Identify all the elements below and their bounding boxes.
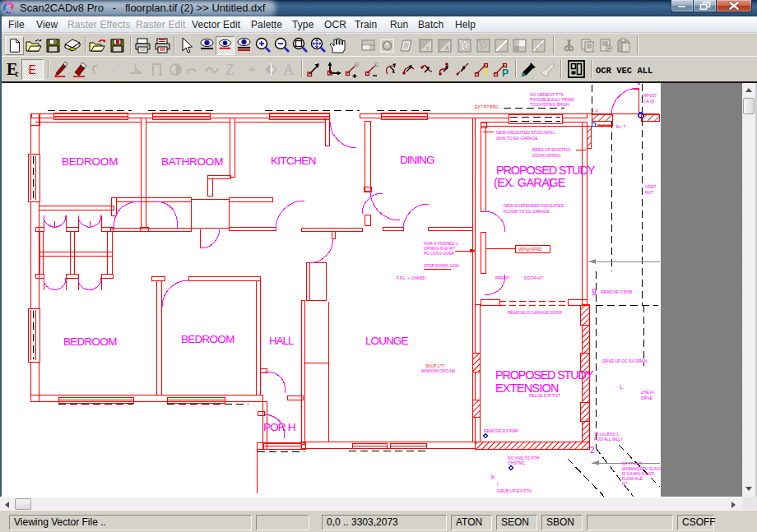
- svg-text:X: X: [490, 474, 495, 481]
- svg-text:POR H: POR H: [263, 421, 296, 433]
- svg-text:): ): [548, 177, 552, 190]
- svg-text:s: s: [426, 45, 430, 51]
- svg-text:SKIN TO EX GARAGE: SKIN TO EX GARAGE: [496, 136, 538, 141]
- svg-text:Z: Z: [225, 62, 235, 78]
- svg-text:BEDROOM: BEDROOM: [62, 155, 118, 168]
- svg-text:EX? P? BRG: EX? P? BRG: [475, 104, 499, 109]
- svg-text:PRMN?: PRMN?: [495, 275, 510, 280]
- svg-text:1 'o: 1 'o: [592, 108, 598, 113]
- svg-text:POD ALL WLLY: POD ALL WLLY: [594, 437, 624, 442]
- svg-text:TO EXISTING BRGH: TO EXISTING BRGH: [530, 102, 569, 107]
- svg-text:DINING: DINING: [400, 154, 435, 166]
- svg-text:PROPOSED STUDY: PROPOSED STUDY: [495, 368, 594, 382]
- svg-text:RC?-O?: RC?-O?: [597, 123, 613, 128]
- svg-text:GRUB UP EX P?N: GRUB UP EX P?N: [497, 488, 532, 493]
- svg-text:FLOOR TO OL GARAGE: FLOOR TO OL GARAGE: [504, 209, 550, 214]
- svg-text:LOUNGE: LOUNGE: [365, 335, 409, 347]
- svg-text:2: 2: [590, 446, 595, 455]
- svg-text:KITCHEN: KITCHEN: [271, 155, 317, 167]
- svg-text:(EX. GARAGE: (EX. GARAGE: [494, 176, 566, 189]
- svg-text:BEDROOM: BEDROOM: [181, 333, 235, 345]
- svg-text:HALL: HALL: [269, 335, 295, 347]
- svg-text:WNDOW OPO-NK: WNDOW OPO-NK: [421, 368, 456, 373]
- svg-text:CHSTMC: CHSTMC: [508, 460, 526, 465]
- svg-text:WPI@NPRD: WPI@NPRD: [518, 247, 542, 252]
- svg-text:RU?: RU?: [645, 190, 653, 195]
- svg-text:(-A-(8: (-A-(8: [643, 99, 654, 104]
- svg-text:BATHROOM: BATHROOM: [161, 155, 224, 168]
- svg-text:Ex. 7: Ex. 7: [616, 124, 626, 129]
- svg-text:PELGE D R TNT: PELGE D R TNT: [529, 393, 560, 398]
- svg-text:BEDROOM: BEDROOM: [63, 335, 118, 348]
- svg-text:A: A: [445, 45, 449, 51]
- svg-text:?: ?: [483, 67, 489, 79]
- svg-text:REMOVE O BVB: REMOVE O BVB: [601, 289, 633, 294]
- svg-text:DOOR-A?: DOOR-A?: [524, 275, 543, 280]
- svg-text:BRES UP EXISTING: BRES UP EXISTING: [532, 147, 571, 152]
- svg-text:RFVST: RFVST: [643, 93, 657, 98]
- svg-text:LHE IF: LHE IF: [641, 390, 654, 395]
- svg-text:P: P: [502, 67, 509, 79]
- svg-text:A: A: [283, 61, 295, 78]
- svg-text:c: c: [15, 68, 19, 78]
- svg-text:REMOVE O GARAGE DOOR: REMOVE O GARAGE DOOR: [508, 310, 563, 315]
- svg-text:NEW INSULATED STUD INFILL: NEW INSULATED STUD INFILL: [496, 130, 555, 135]
- svg-text:DRVE UP OC SV DRAN: DRVE UP OC SV DRAN: [602, 359, 648, 363]
- svg-text:E: E: [28, 63, 35, 78]
- svg-text:UNE?: UNE?: [645, 184, 657, 189]
- svg-text:STEP DOWN 1000: STEP DOWN 1000: [424, 263, 459, 268]
- svg-text:PC LNTO OVER: PC LNTO OVER: [424, 251, 455, 256]
- svg-text:DOOR OPNNG: DOOR OPNNG: [532, 153, 561, 158]
- svg-text:9: 9: [592, 288, 597, 297]
- svg-text:REMOVE EX PMP: REMOVE EX PMP: [484, 428, 519, 433]
- svg-text:N?: N?: [622, 481, 628, 486]
- svg-text:NEW SUSPENDED INSULATED: NEW SUSPENDED INSULATED: [504, 203, 564, 208]
- svg-text:t: t: [497, 482, 499, 487]
- svg-text:F.F.L. + UNKBD: F.F.L. + UNKBD: [397, 275, 426, 280]
- svg-text:L: L: [620, 383, 624, 391]
- svg-text:DRVE: DRVE: [641, 396, 653, 400]
- svg-text:PROPOSED STUDY: PROPOSED STUDY: [496, 164, 596, 177]
